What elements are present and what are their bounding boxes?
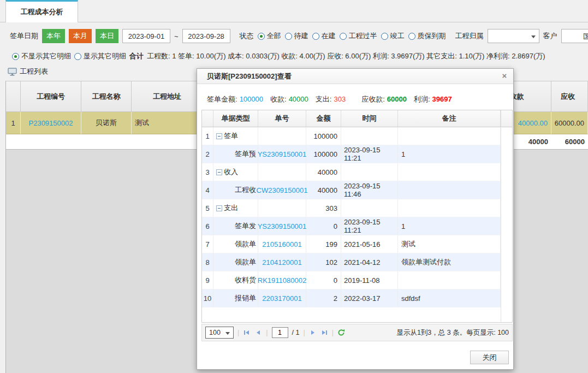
prev-page-icon[interactable] xyxy=(254,329,262,336)
table-scrollbar[interactable] xyxy=(501,128,512,322)
dialog-title-bar: 贝诺斯[P2309150002]查看 xyxy=(197,69,513,84)
stat-sign-amount: 签单金额:100000 xyxy=(207,94,263,104)
tab-label: 工程成本分析 xyxy=(21,7,63,17)
row-number: 3 xyxy=(202,163,213,181)
totals-text: 工程数: 1 签单: 10.00(万) 成本: 0.0303(万) 收款: 4.… xyxy=(147,51,545,61)
doc-type-cell: 支出 xyxy=(213,199,258,217)
col-doc-no: 单号 xyxy=(258,110,306,127)
table-row[interactable]: 7 领款单 2105160001 199 2021-05-16 测试 xyxy=(202,235,501,253)
close-button[interactable]: 关闭 xyxy=(470,351,509,364)
doc-no-link[interactable]: RK1911080002 xyxy=(258,276,306,285)
doc-no-link[interactable]: YS2309150001 xyxy=(258,150,307,158)
receivable-cell: 60000.00 xyxy=(551,112,588,134)
project-list-section: 工程列表 xyxy=(8,67,48,76)
amount-cell: 40000 xyxy=(306,163,341,181)
table-row[interactable]: 5 支出 303 xyxy=(202,199,501,217)
last-page-icon[interactable] xyxy=(320,329,328,336)
table-row[interactable]: 3 收入 40000 xyxy=(202,163,501,181)
row-number: 7 xyxy=(202,235,213,253)
doc-no-link[interactable]: CW2309150001 xyxy=(257,186,308,194)
table-row[interactable]: 1 签单 100000 xyxy=(202,127,501,145)
project-view-dialog: 贝诺斯[P2309150002]查看 × 签单金额:100000 收款:4000… xyxy=(197,68,514,370)
page-number-input[interactable] xyxy=(272,327,288,338)
row-number: 9 xyxy=(202,271,213,289)
stat-value: 40000 xyxy=(289,95,308,103)
project-code-link[interactable]: P2309150002 xyxy=(29,119,73,127)
this-month-button[interactable]: 本月 xyxy=(69,29,92,43)
radio-icon xyxy=(312,33,319,40)
close-icon[interactable]: × xyxy=(500,72,509,80)
summary-row: 不显示其它明细 显示其它明细 合计 工程数: 1 签单: 10.00(万) 成本… xyxy=(12,50,545,62)
table-row[interactable]: 9 收料货 RK1911080002 0 2019-11-08 xyxy=(202,271,501,289)
stat-profit: 利润:39697 xyxy=(414,94,452,104)
project-address-cell: 测试 xyxy=(132,112,200,134)
amount-cell: 100000 xyxy=(306,127,341,145)
time-cell xyxy=(341,127,398,145)
status-option-label: 在建 xyxy=(322,31,336,41)
page-size-select[interactable]: 100 xyxy=(205,327,234,339)
received-link[interactable]: 40000.00 xyxy=(518,119,548,127)
doc-no-link[interactable]: 2203170001 xyxy=(262,294,301,303)
tab-project-cost-analysis[interactable]: 工程成本分析 xyxy=(5,0,78,22)
collapse-icon[interactable] xyxy=(216,169,222,175)
note-cell xyxy=(398,181,501,199)
table-row[interactable]: 10 报销单 2203170001 2 2022-03-17 sdfdsf xyxy=(202,289,501,307)
hide-other-details-radio[interactable]: 不显示其它明细 xyxy=(12,51,71,61)
chevron-down-icon xyxy=(531,35,536,38)
table-row[interactable]: 4 工程收 CW2309150001 40000 2023-09-15 11:4… xyxy=(202,181,501,199)
radio-icon xyxy=(12,53,19,60)
empty-cell xyxy=(6,134,21,149)
monitor-icon xyxy=(8,68,17,76)
status-radio-pending[interactable]: 待建 xyxy=(285,31,308,41)
stat-value: 303 xyxy=(334,95,346,103)
stat-label: 支出: xyxy=(316,95,332,103)
dialog-stats: 签单金额:100000 收款:40000 支出:303 应收款:60000 利润… xyxy=(207,94,459,104)
status-radio-all[interactable]: 全部 xyxy=(258,31,281,41)
doc-no-link[interactable]: YS2309150001 xyxy=(258,222,307,230)
pagination-bar: 100 | | / 1 | | 显示从1到3，总 3 条。每页显示: 100 xyxy=(201,324,513,341)
stat-expense: 支出:303 xyxy=(316,94,346,104)
doc-no-link[interactable]: 2104120001 xyxy=(262,258,301,267)
radio-icon xyxy=(258,33,265,40)
status-radio-completed[interactable]: 竣工 xyxy=(381,31,405,41)
stat-value: 60000 xyxy=(387,95,407,103)
radio-icon xyxy=(408,33,415,40)
project-belong-select[interactable] xyxy=(488,29,539,43)
show-other-details-label: 显示其它明细 xyxy=(84,51,126,61)
doc-no-cell xyxy=(258,163,306,181)
time-cell: 2023-09-15 11:21 xyxy=(341,145,398,163)
first-page-icon[interactable] xyxy=(243,329,251,336)
refresh-icon[interactable] xyxy=(337,329,345,336)
page-size-value: 100 xyxy=(209,329,221,336)
radio-icon xyxy=(74,53,81,60)
status-option-label: 竣工 xyxy=(390,31,405,41)
time-cell xyxy=(341,199,398,217)
divider: | xyxy=(266,329,268,336)
today-button[interactable]: 本日 xyxy=(96,29,118,43)
time-cell: 2019-11-08 xyxy=(341,271,398,289)
doc-no-link[interactable]: 2105160001 xyxy=(262,240,301,248)
status-radio-halfway[interactable]: 工程过半 xyxy=(340,31,377,41)
date-to-input[interactable] xyxy=(182,29,230,43)
row-number: 4 xyxy=(202,181,213,199)
date-from-input[interactable] xyxy=(122,29,170,43)
status-radio-inprogress[interactable]: 在建 xyxy=(312,31,336,41)
clipped-label: 国 xyxy=(583,32,588,42)
collapse-icon[interactable] xyxy=(216,133,222,139)
amount-cell: 0 xyxy=(306,271,341,289)
collapse-icon[interactable] xyxy=(216,205,222,211)
amount-cell: 0 xyxy=(306,217,341,235)
next-page-icon[interactable] xyxy=(309,329,317,336)
doc-type-cell: 签单 xyxy=(213,127,258,145)
this-year-button[interactable]: 本年 xyxy=(42,29,65,43)
row-number: 2 xyxy=(202,145,213,163)
doc-type-cell: 领款单 xyxy=(213,253,258,271)
note-cell xyxy=(398,163,501,181)
table-row[interactable]: 2 签单预 YS2309150001 100000 2023-09-15 11:… xyxy=(202,145,501,163)
total-label: 合计 xyxy=(129,51,144,61)
note-cell: 1 xyxy=(398,217,501,235)
table-row[interactable]: 6 签单发 YS2309150001 0 2023-09-15 11:21 1 xyxy=(202,217,501,235)
status-radio-warranty-expired[interactable]: 质保到期 xyxy=(408,31,446,41)
table-row[interactable]: 8 领款单 2104120001 102 2021-04-12 领款单测试付款 xyxy=(202,253,501,271)
show-other-details-radio[interactable]: 显示其它明细 xyxy=(74,51,126,61)
